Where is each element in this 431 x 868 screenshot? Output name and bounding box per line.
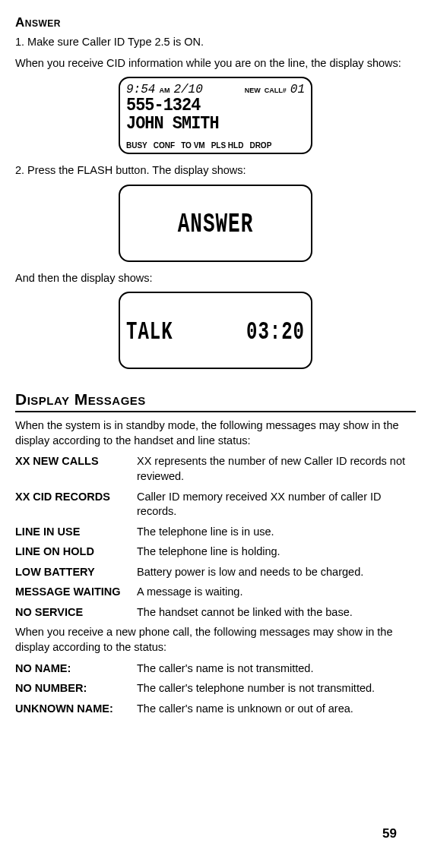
message-term: LINE IN USE — [15, 525, 137, 540]
heading-display-messages: Display Messages — [15, 390, 416, 412]
lcd-display-3-wrap: TALK 03:20 — [15, 292, 416, 369]
message-term: LINE ON HOLD — [15, 544, 137, 560]
message-row: NO NAME:The caller's name is not transmi… — [15, 661, 416, 677]
message-row: XX NEW CALLSXX represents the number of … — [15, 454, 416, 484]
message-desc: XX represents the number of new Caller I… — [137, 454, 416, 484]
lcd1-date: 2/10 — [173, 83, 202, 96]
lcd1-ampm: AM — [159, 87, 170, 94]
message-desc: The caller's name is not transmitted. — [137, 661, 416, 677]
message-desc: The caller's telephone number is not tra… — [137, 681, 416, 696]
message-term: LOW BATTERY — [15, 565, 137, 580]
message-row: XX CID RECORDSCaller ID memory received … — [15, 490, 416, 519]
standby-messages-list: XX NEW CALLSXX represents the number of … — [15, 454, 416, 620]
message-row: NO SERVICEThe handset cannot be linked w… — [15, 605, 416, 620]
lcd1-new: NEW — [245, 87, 261, 94]
lcd3-talk: TALK — [126, 317, 173, 346]
message-row: NO NUMBER:The caller's telephone number … — [15, 681, 416, 696]
lcd1-bottom-row: BUSY CONF TO VM PLS HLD DROP — [126, 141, 305, 150]
lcd1-top-row: 9:54 AM 2/10 NEW CALL# 01 — [126, 83, 305, 96]
lcd3-row: TALK 03:20 — [119, 321, 312, 342]
heading-answer: Answer — [15, 15, 416, 30]
message-row: LINE ON HOLDThe telephone line is holdin… — [15, 544, 416, 560]
paragraph-then: And then the display shows: — [15, 271, 416, 286]
message-row: UNKNOWN NAME:The caller's name is unknow… — [15, 702, 416, 717]
lcd1-plshld: PLS HLD — [211, 141, 244, 150]
lcd1-conf: CONF — [154, 141, 175, 150]
paragraph-cid-info: When you receive CID information while y… — [15, 56, 416, 71]
message-row: MESSAGE WAITINGA message is waiting. — [15, 585, 416, 600]
lcd1-drop: DROP — [249, 141, 271, 150]
lcd-display-2: ANSWER — [119, 185, 312, 262]
message-desc: Battery power is low and needs to be cha… — [137, 565, 416, 580]
lcd1-tovm: TO VM — [181, 141, 204, 150]
lcd-display-2-wrap: ANSWER — [15, 185, 416, 262]
message-term: UNKNOWN NAME: — [15, 702, 137, 717]
lcd1-call-label: CALL# — [265, 87, 287, 94]
message-desc: The telephone line is in use. — [137, 525, 416, 540]
message-term: XX CID RECORDS — [15, 490, 137, 519]
lcd3-time: 03:20 — [246, 317, 305, 346]
message-term: NO SERVICE — [15, 605, 137, 620]
message-term: MESSAGE WAITING — [15, 585, 137, 600]
lcd1-busy: BUSY — [126, 141, 147, 150]
message-desc: The handset cannot be linked with the ba… — [137, 605, 416, 620]
intro-call: When you receive a new phone call, the f… — [15, 625, 416, 655]
lcd-display-3: TALK 03:20 — [119, 292, 312, 369]
lcd1-call-num: 01 — [290, 83, 305, 96]
message-term: NO NUMBER: — [15, 681, 137, 696]
step-2: 2. Press the FLASH button. The display s… — [15, 163, 416, 178]
message-desc: The telephone line is holding. — [137, 544, 416, 560]
message-term: XX NEW CALLS — [15, 454, 137, 484]
message-desc: Caller ID memory received XX number of c… — [137, 490, 416, 519]
message-row: LINE IN USEThe telephone line is in use. — [15, 525, 416, 540]
message-row: LOW BATTERYBattery power is low and need… — [15, 565, 416, 580]
step-1: 1. Make sure Caller ID Type 2.5 is ON. — [15, 35, 416, 50]
call-messages-list: NO NAME:The caller's name is not transmi… — [15, 661, 416, 717]
lcd2-text: ANSWER — [178, 208, 254, 240]
lcd1-phone: 555-1324 — [126, 96, 296, 115]
page-number: 59 — [382, 826, 397, 841]
lcd-display-1: 9:54 AM 2/10 NEW CALL# 01 555-1324 JOHN … — [119, 77, 312, 154]
intro-standby: When the system is in standby mode, the … — [15, 418, 416, 448]
lcd1-name: JOHN SMITH — [126, 115, 296, 133]
lcd-display-1-wrap: 9:54 AM 2/10 NEW CALL# 01 555-1324 JOHN … — [15, 77, 416, 154]
message-desc: A message is waiting. — [137, 585, 416, 600]
lcd1-time: 9:54 — [126, 83, 155, 96]
message-desc: The caller's name is unknown or out of a… — [137, 702, 416, 717]
manual-page: Answer 1. Make sure Caller ID Type 2.5 i… — [15, 15, 416, 851]
message-term: NO NAME: — [15, 661, 137, 677]
